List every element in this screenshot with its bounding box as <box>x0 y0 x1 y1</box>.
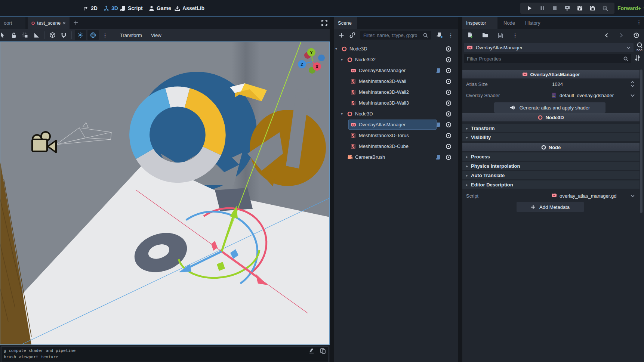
visibility-eye-icon[interactable] <box>446 57 452 63</box>
tree-row-node3d-second[interactable]: ▾ Node3D <box>334 108 458 119</box>
movie-maker-icon[interactable] <box>601 4 609 12</box>
instantiate-scene-button[interactable] <box>347 30 358 40</box>
visibility-eye-icon[interactable] <box>446 122 452 128</box>
new-resource-icon[interactable] <box>465 30 476 40</box>
scene-dock-menu[interactable]: ⋮ <box>445 30 456 40</box>
tree-row-camerabrush[interactable]: CameraBrush <box>334 152 458 163</box>
inspector-extra-menu[interactable]: ⋮ <box>509 30 521 40</box>
script-value[interactable]: overlay_atlas_manager.gd <box>560 193 617 199</box>
section-visibility[interactable]: ▸ Visibility <box>462 133 640 141</box>
inspector-tab-menu[interactable]: ⋮ <box>637 19 641 25</box>
play-custom-scene-button[interactable] <box>588 4 597 12</box>
tree-row-meshinstance3d-wall[interactable]: MeshInstance3D-Wall <box>334 76 458 87</box>
category-overlayatlasmanager[interactable]: OverlayAtlasManager <box>462 70 640 78</box>
tab-scene[interactable]: Scene <box>334 17 357 29</box>
visibility-eye-icon[interactable] <box>446 100 452 106</box>
spinner-stepper-icon[interactable] <box>631 81 635 87</box>
atlas-size-value[interactable]: 1024 <box>552 81 563 87</box>
script-attached-icon[interactable] <box>436 155 441 160</box>
tree-row-meshinstance3d-wall3[interactable]: MeshInstance3D-Wall3 <box>334 98 458 108</box>
save-icon[interactable] <box>494 30 506 40</box>
inspected-object-name: OverlayAtlasManager <box>476 45 623 50</box>
section-editor-description[interactable]: ▸ Editor Description <box>462 180 640 189</box>
mode-script-button[interactable]: Script <box>120 0 143 16</box>
section-physics-interpolation[interactable]: ▸ Physics Interpolation <box>462 162 640 170</box>
visibility-eye-icon[interactable] <box>446 68 452 74</box>
remote-debug-icon[interactable] <box>563 4 571 12</box>
clear-output-icon[interactable] <box>309 348 315 354</box>
inspector-scrollbar[interactable] <box>640 69 643 213</box>
tree-row-overlayatlasmanager-selected[interactable]: OverlayAtlasManager <box>334 119 458 130</box>
view-menu[interactable]: View <box>147 33 166 38</box>
new-tab-button[interactable] <box>73 20 78 25</box>
filter-properties-input[interactable]: Filter Properties <box>464 54 631 63</box>
edit-history-icon[interactable] <box>631 30 642 40</box>
inspected-object-selector[interactable]: OverlayAtlasManager <box>464 43 634 52</box>
generate-atlas-button[interactable]: Generate atlas and apply shader <box>494 102 606 113</box>
snap-icon[interactable] <box>58 30 69 40</box>
lock-icon[interactable] <box>8 30 19 40</box>
group-icon[interactable] <box>19 30 31 40</box>
mode-3d-button[interactable]: 3D <box>104 0 118 16</box>
tab-inspector[interactable]: Inspector <box>462 17 497 29</box>
history-forward-icon[interactable] <box>616 30 627 40</box>
script-attached-icon[interactable] <box>436 122 441 127</box>
renderer-selector[interactable]: Forward+ <box>617 0 644 16</box>
tree-row-overlayatlasmanager[interactable]: OverlayAtlasManager <box>334 65 458 76</box>
visibility-eye-icon[interactable] <box>446 111 452 117</box>
preview-options-menu[interactable]: ⋮ <box>99 30 111 40</box>
ruler-icon[interactable] <box>31 30 42 40</box>
local-space-icon[interactable] <box>47 30 58 40</box>
chevron-right-icon: ▸ <box>466 126 468 130</box>
select-tool-icon[interactable] <box>0 30 8 40</box>
chevron-down-icon[interactable] <box>631 94 635 97</box>
tab-node[interactable]: Node <box>500 17 519 29</box>
tree-row-meshinstance3d-cube[interactable]: MeshInstance3D-Cube <box>334 141 458 152</box>
mode-2d-button[interactable]: 2D <box>83 0 98 16</box>
transform-menu[interactable]: Transform <box>115 33 147 38</box>
add-metadata-button[interactable]: Add Metadata <box>517 202 584 212</box>
category-node[interactable]: Node <box>462 143 640 151</box>
visibility-eye-icon[interactable] <box>446 133 452 139</box>
visibility-eye-icon[interactable] <box>446 154 452 160</box>
visibility-eye-icon[interactable] <box>446 46 452 52</box>
tree-row-node3d[interactable]: ▾ Node3D <box>334 43 458 54</box>
section-process[interactable]: ▸ Process <box>462 152 640 161</box>
close-icon[interactable] <box>63 21 66 25</box>
attach-script-icon[interactable] <box>434 30 445 40</box>
history-back-icon[interactable] <box>601 30 612 40</box>
output-log[interactable]: g compute shader and pipeline brush view… <box>1 346 329 362</box>
category-node3d[interactable]: Node3D <box>462 113 640 121</box>
tree-row-meshinstance3d-wall2[interactable]: MeshInstance3D-Wall2 <box>334 87 458 98</box>
add-node-button[interactable] <box>336 30 347 40</box>
mode-game-button[interactable]: Game <box>149 0 171 16</box>
property-tune-icon[interactable] <box>634 55 641 62</box>
load-resource-folder-icon[interactable] <box>480 30 491 40</box>
viewport-3d[interactable]: Y X Z <box>0 41 330 345</box>
tab-history[interactable]: History <box>521 17 545 29</box>
scene-filter-input[interactable]: Filter: name, t:type, g:gro <box>360 31 431 40</box>
preview-environment-toggle[interactable] <box>87 30 99 40</box>
visibility-eye-icon[interactable] <box>446 78 452 84</box>
open-documentation-icon[interactable]: DOC <box>636 42 643 52</box>
script-attached-icon[interactable] <box>436 68 441 73</box>
pause-button[interactable] <box>538 4 546 12</box>
overlay-shader-value[interactable]: default_overlay.gdshader <box>560 93 614 98</box>
tab-test-scene[interactable]: test_scene <box>28 17 70 29</box>
section-auto-translate[interactable]: ▸ Auto Translate <box>462 171 640 179</box>
visibility-eye-icon[interactable] <box>446 89 452 95</box>
visibility-eye-icon[interactable] <box>446 143 452 149</box>
expand-viewport-icon[interactable] <box>321 19 328 26</box>
chevron-down-icon[interactable] <box>631 195 635 197</box>
preview-sun-toggle[interactable] <box>75 30 86 40</box>
stop-button[interactable] <box>551 4 559 12</box>
tab-scene-label: Scene <box>338 20 352 26</box>
tree-row-node3d2[interactable]: ▾ Node3D2 <box>334 54 458 65</box>
section-transform[interactable]: ▸ Transform <box>462 124 640 132</box>
mode-assetlib-button[interactable]: AssetLib <box>175 0 204 16</box>
tree-row-meshinstance3d-torus[interactable]: MeshInstance3D-Torus <box>334 130 458 141</box>
play-scene-button[interactable] <box>576 4 584 12</box>
tab-partial-scene[interactable]: oort <box>0 17 25 29</box>
play-button[interactable] <box>526 4 534 12</box>
copy-output-icon[interactable] <box>320 348 326 354</box>
